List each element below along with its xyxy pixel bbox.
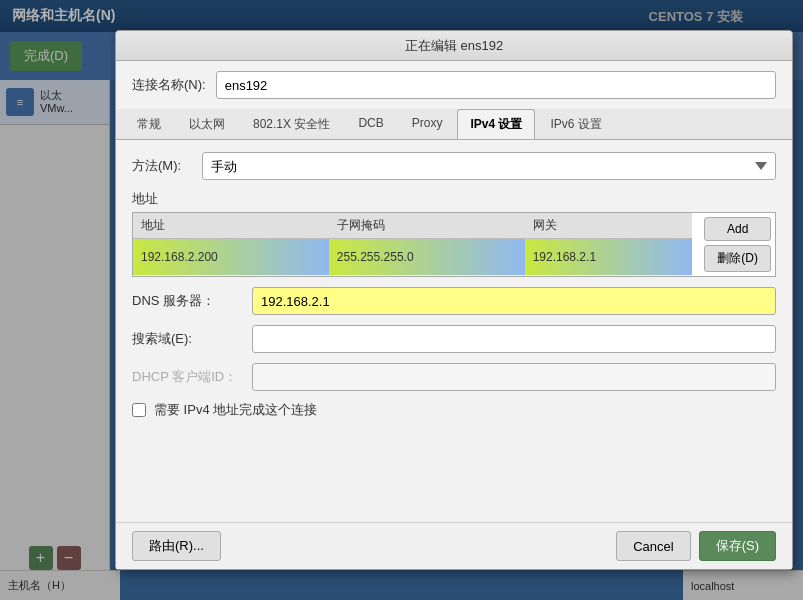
dns-label: DNS 服务器： xyxy=(132,292,242,310)
add-address-button[interactable]: Add xyxy=(704,217,771,241)
tab-ipv4[interactable]: IPv4 设置 xyxy=(457,109,535,139)
conn-name-input[interactable] xyxy=(216,71,776,99)
route-button[interactable]: 路由(R)... xyxy=(132,531,221,561)
checkbox-label: 需要 IPv4 地址完成这个连接 xyxy=(154,401,317,419)
connection-name-row: 连接名称(N): xyxy=(116,61,792,109)
address-table-container: 地址 子网掩码 网关 192.168.2.200 255.255.255.0 1… xyxy=(132,212,776,277)
cell-address: 192.168.2.200 xyxy=(133,239,329,276)
tab-ethernet[interactable]: 以太网 xyxy=(176,109,238,139)
dns-row: DNS 服务器： xyxy=(132,287,776,315)
dns-input[interactable] xyxy=(252,287,776,315)
dhcp-input xyxy=(252,363,776,391)
cell-netmask: 255.255.255.0 xyxy=(329,239,525,276)
tab-8021x[interactable]: 802.1X 安全性 xyxy=(240,109,343,139)
modal-dialog: 正在编辑 ens192 连接名称(N): 常规 以太网 802.1X 安全性 D… xyxy=(115,30,793,570)
method-select[interactable]: 手动 xyxy=(202,152,776,180)
col-header-gateway: 网关 xyxy=(525,213,693,239)
tab-bar: 常规 以太网 802.1X 安全性 DCB Proxy IPv4 设置 IPv6… xyxy=(116,109,792,140)
search-label: 搜索域(E): xyxy=(132,330,242,348)
cancel-button[interactable]: Cancel xyxy=(616,531,690,561)
method-row: 方法(M): 手动 xyxy=(132,152,776,180)
address-table: 地址 子网掩码 网关 192.168.2.200 255.255.255.0 1… xyxy=(133,213,692,276)
conn-name-label: 连接名称(N): xyxy=(132,76,206,94)
modal-body: 连接名称(N): 常规 以太网 802.1X 安全性 DCB Proxy IPv… xyxy=(116,61,792,569)
address-section: 地址 地址 子网掩码 网关 192.168.2.200 xyxy=(132,190,776,277)
search-input[interactable] xyxy=(252,325,776,353)
col-header-netmask: 子网掩码 xyxy=(329,213,525,239)
cell-gateway: 192.168.2.1 xyxy=(525,239,693,276)
save-button[interactable]: 保存(S) xyxy=(699,531,776,561)
tab-dcb[interactable]: DCB xyxy=(345,109,396,139)
ipv4-required-checkbox[interactable] xyxy=(132,403,146,417)
tab-ipv6[interactable]: IPv6 设置 xyxy=(537,109,614,139)
method-label: 方法(M): xyxy=(132,157,192,175)
dhcp-row: DHCP 客户端ID： xyxy=(132,363,776,391)
ipv4-tab-content: 方法(M): 手动 地址 地址 子网掩码 网关 xyxy=(116,140,792,522)
footer-right-buttons: Cancel 保存(S) xyxy=(616,531,776,561)
col-header-address: 地址 xyxy=(133,213,329,239)
search-domain-row: 搜索域(E): xyxy=(132,325,776,353)
tab-general[interactable]: 常规 xyxy=(124,109,174,139)
modal-titlebar: 正在编辑 ens192 xyxy=(116,31,792,61)
table-row[interactable]: 192.168.2.200 255.255.255.0 192.168.2.1 xyxy=(133,239,692,276)
table-buttons: Add 删除(D) xyxy=(700,213,775,276)
checkbox-row: 需要 IPv4 地址完成这个连接 xyxy=(132,401,776,419)
modal-title: 正在编辑 ens192 xyxy=(405,37,503,55)
address-section-label: 地址 xyxy=(132,190,776,208)
delete-address-button[interactable]: 删除(D) xyxy=(704,245,771,272)
tab-proxy[interactable]: Proxy xyxy=(399,109,456,139)
modal-footer: 路由(R)... Cancel 保存(S) xyxy=(116,522,792,569)
dhcp-label: DHCP 客户端ID： xyxy=(132,368,242,386)
